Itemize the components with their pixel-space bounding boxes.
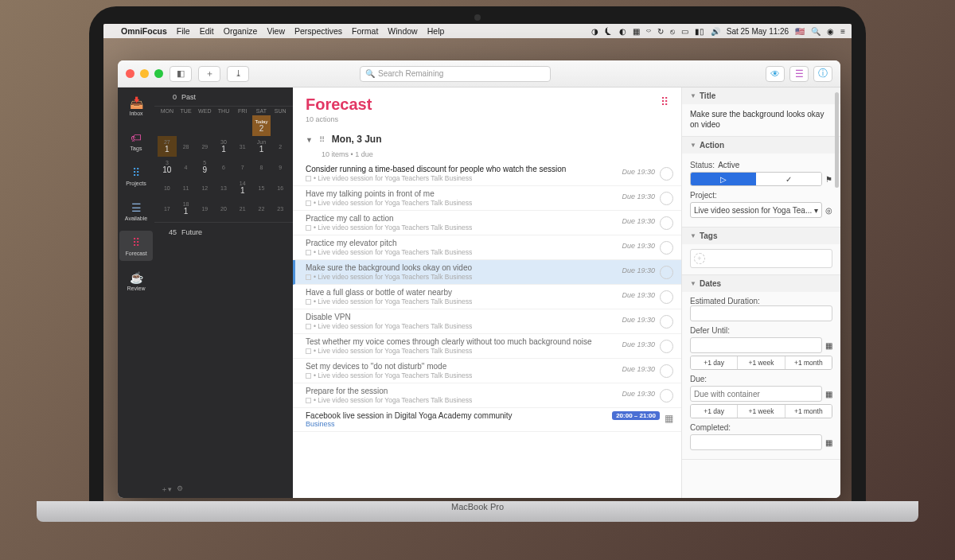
completed-input[interactable] (690, 434, 822, 450)
status-icon[interactable]: ◐ (619, 27, 626, 36)
status-onhold-button[interactable]: ✓ (756, 173, 821, 185)
quick-plus1day[interactable]: +1 day (691, 356, 738, 369)
calendar-day-cell[interactable] (177, 115, 196, 136)
complete-circle[interactable] (660, 216, 673, 230)
calendar-day-cell[interactable]: 7 (233, 157, 252, 177)
quick-plus1week[interactable]: +1 week (738, 405, 785, 418)
search-field[interactable]: 🔍 Search Remaining (360, 66, 551, 82)
calendar-day-cell[interactable]: 20 (214, 198, 233, 219)
task-row[interactable]: Disable VPN• Live video session for Yoga… (293, 309, 681, 334)
complete-circle[interactable] (660, 266, 673, 279)
sidebar-item-available[interactable]: ☰Available (119, 196, 153, 226)
calendar-day-cell[interactable]: 10 (158, 177, 177, 198)
task-row[interactable]: Prepare for the session• Live video sess… (293, 383, 681, 408)
calendar-event-row[interactable]: Facebook live session in Digital Yoga Ac… (293, 408, 681, 432)
calendar-day-cell[interactable] (271, 115, 290, 136)
task-row[interactable]: Practice my call to action• Live video s… (293, 211, 681, 235)
est-duration-input[interactable] (690, 305, 832, 321)
sidebar-toggle-button[interactable]: ◧ (170, 66, 192, 82)
task-row[interactable]: Have my talking points in front of me• L… (293, 186, 681, 211)
calendar-day-cell[interactable]: 271 (158, 136, 177, 157)
inspector-title-value[interactable]: Make sure the background looks okay on v… (690, 109, 832, 130)
task-row[interactable]: Test whether my voice comes through clea… (293, 334, 681, 359)
calendar-day-cell[interactable] (214, 115, 233, 136)
spotlight-icon[interactable]: 🔍 (811, 27, 821, 36)
complete-circle[interactable] (660, 167, 673, 181)
status-icon[interactable]: ◑ (591, 27, 598, 36)
calendar-day-cell[interactable]: 301 (214, 136, 233, 157)
calendar-day-cell[interactable]: 19 (195, 198, 214, 219)
menu-organize[interactable]: Organize (224, 26, 258, 36)
menu-file[interactable]: File (177, 26, 190, 36)
inspector-tags-header[interactable]: ▼Tags (682, 228, 840, 244)
volume-icon[interactable]: 🔊 (711, 27, 720, 36)
calendar-day-cell[interactable]: 11 (177, 177, 196, 198)
quick-entry-button[interactable]: ⤓ (227, 66, 249, 82)
wifi-icon[interactable]: ⌔ (646, 27, 651, 36)
perspective-button[interactable]: ☰ (789, 66, 809, 82)
status-icon[interactable]: ⎋ (670, 27, 675, 36)
calendar-day-cell[interactable]: 4 (177, 157, 196, 177)
calendar-day-cell[interactable]: 181 (177, 198, 196, 219)
calendar-day-cell[interactable]: 13 (214, 177, 233, 198)
minimize-button[interactable] (140, 69, 149, 78)
status-icon[interactable]: ↻ (657, 27, 664, 36)
menu-window[interactable]: Window (388, 26, 417, 36)
calendar-day-cell[interactable]: 22 (252, 198, 271, 219)
scrollbar[interactable] (835, 92, 839, 188)
task-row[interactable]: Have a full glass or bottle of water nea… (293, 285, 681, 309)
menu-perspectives[interactable]: Perspectives (294, 26, 342, 36)
quick-plus1day[interactable]: +1 day (691, 405, 738, 418)
complete-circle[interactable] (660, 315, 673, 329)
sidebar-item-inbox[interactable]: 📥Inbox (119, 91, 153, 121)
calendar-day-cell[interactable] (195, 115, 214, 136)
task-row[interactable]: Make sure the background looks okay on v… (293, 260, 681, 285)
calendar-day-cell[interactable]: 12 (195, 177, 214, 198)
calendar-day-cell[interactable]: 16 (271, 177, 290, 198)
flag-toggle[interactable]: ⚑ (825, 175, 832, 184)
view-options-button[interactable]: 👁 (766, 66, 785, 82)
sidebar-item-tags[interactable]: 🏷Tags (119, 126, 153, 156)
calendar-future-row[interactable]: 45 Future (154, 222, 293, 241)
quick-plus1month[interactable]: +1 month (785, 356, 832, 369)
status-icon[interactable]: ⏾ (605, 27, 613, 36)
tags-field[interactable]: + (690, 249, 832, 268)
status-active-button[interactable]: ▷ (691, 173, 756, 185)
project-select[interactable]: Live video session for Yoga Tea...▾ (690, 202, 822, 218)
disclosure-triangle-icon[interactable]: ▼ (306, 136, 313, 144)
quick-plus1month[interactable]: +1 month (785, 405, 832, 418)
calendar-icon[interactable]: ▦ (825, 438, 832, 447)
menu-view[interactable]: View (267, 26, 285, 36)
sidebar-item-forecast[interactable]: ⠿Forecast (119, 231, 153, 261)
due-input[interactable] (690, 386, 822, 402)
calendar-day-cell[interactable]: 310 (158, 157, 177, 177)
calendar-day-cell[interactable]: Jun1 (252, 136, 271, 157)
battery-icon[interactable]: ▮▯ (695, 27, 704, 36)
app-name[interactable]: OmniFocus (121, 26, 167, 36)
siri-icon[interactable]: ◉ (827, 27, 834, 36)
close-button[interactable] (126, 69, 134, 78)
sidebar-item-projects[interactable]: ⠿Projects (119, 161, 153, 191)
calendar-day-cell[interactable]: 29 (195, 136, 214, 157)
calendar-day-cell[interactable]: 59 (195, 157, 214, 177)
calendar-day-cell[interactable]: 141 (233, 177, 252, 198)
calendar-day-cell[interactable]: 28 (177, 136, 196, 157)
complete-circle[interactable] (660, 364, 673, 378)
clock[interactable]: Sat 25 May 11:26 (727, 27, 789, 36)
calendar-day-cell[interactable]: 2 (271, 136, 290, 157)
menu-format[interactable]: Format (352, 26, 378, 36)
quick-plus1week[interactable]: +1 week (738, 356, 785, 369)
settings-icon[interactable]: ⚙ (177, 484, 183, 495)
calendar-day-cell[interactable]: 21 (233, 198, 252, 219)
complete-circle[interactable] (660, 340, 673, 353)
inspector-dates-header[interactable]: ▼Dates (682, 275, 840, 292)
menu-edit[interactable]: Edit (200, 26, 214, 36)
calendar-icon[interactable]: ▦ (825, 390, 832, 399)
date-group-header[interactable]: ▼ ⠿ Mon, 3 Jun 10 items • 1 due (293, 126, 681, 161)
calendar-day-cell[interactable]: 15 (252, 177, 271, 198)
calendar-past-row[interactable]: 0 Past (154, 88, 293, 107)
calendar-day-cell[interactable] (158, 115, 177, 136)
add-tag-icon[interactable]: + (694, 253, 705, 264)
complete-circle[interactable] (660, 241, 673, 255)
display-icon[interactable]: ▭ (681, 27, 688, 36)
